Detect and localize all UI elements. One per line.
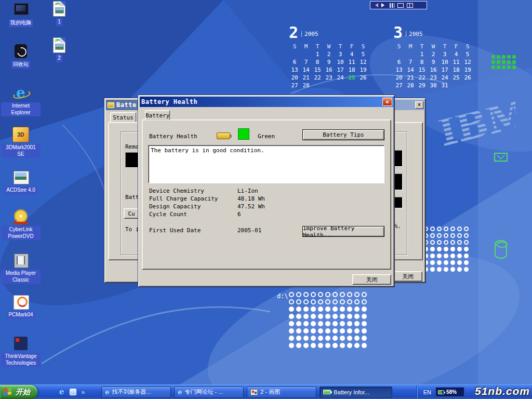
cylinder-icon [495,240,507,259]
decor-dot [296,343,301,348]
decor-dot [450,233,455,238]
decor-dot [325,307,330,312]
task-label: 找不到服务器... [112,388,151,396]
app-quicklaunch-icon[interactable] [70,389,76,395]
calendar-day [300,51,312,58]
decor-dot [303,336,309,341]
calendar-day: 30 [428,82,439,89]
desktop-icon-media-player-classic[interactable]: Media Player Classic [1,252,41,284]
jpg-badge: JPG [55,2,62,6]
calendar-year: 2005 [406,31,423,37]
desktop-icon-internet-explorer[interactable]: e Internet Explorer [1,85,41,116]
keyboard-icon[interactable] [407,3,413,8]
calendar-day: 3 [335,51,346,58]
decor-dot [296,292,301,297]
decor-dot [325,314,330,319]
decor-dot [311,307,316,312]
to-label: To i [125,226,139,233]
desktop-icon-3dmark2001[interactable]: 3D 3DMark2001 SE [1,127,41,158]
taskbar-task-battery-information[interactable]: Battery Infor... [320,387,392,398]
condition-textbox[interactable]: The battery is in good condition. [148,145,384,183]
decor-dot [347,307,352,312]
decor-dot [450,227,455,231]
desktop-icon-acdsee[interactable]: ACDSee 4.0 [1,169,41,194]
tab-status[interactable]: Status [110,112,136,122]
desktop-file-1[interactable]: JPG 1 [48,1,71,26]
ie-quicklaunch-icon[interactable]: e [59,388,64,396]
decor-dot [464,233,469,238]
internet-explorer-icon: e [12,85,29,101]
calendar-weekday: T [416,43,428,50]
desktop-icon-my-computer[interactable]: 我的电脑 [1,2,41,27]
current-button[interactable]: Cu [124,208,139,219]
calendar-day: 6 [393,59,405,65]
desktop-icon-recycle-bin[interactable]: 回收站 [1,44,41,69]
desktop-icon-powerdvd[interactable]: CyberLink PowerDVD [1,209,41,240]
close-icon[interactable]: × [382,98,392,106]
dialog-title: Battery Health [141,98,380,105]
volume-bars-icon[interactable] [390,3,394,8]
battery-status-text: Green [258,133,275,140]
decor-dot [296,307,301,312]
decor-dot [464,267,469,272]
taskbar-task-paint[interactable]: 2 - 画图 [247,387,316,398]
decor-dot [347,314,352,319]
decor-dot [430,260,435,265]
calendar-day: 5 [357,51,369,58]
ie-icon: e [178,389,182,395]
decor-dot [362,336,367,341]
start-button[interactable]: 开始 [0,385,37,399]
decor-dot [354,299,360,304]
tray-battery-indicator[interactable]: 58% [435,387,464,397]
decor-dot [464,260,469,265]
decor-dot [318,307,323,312]
calendar-day: 17 [335,66,346,73]
decor-dot [450,247,455,251]
jpg-file-icon: JPG [53,37,65,53]
decor-dot [464,227,469,231]
calendar-weekday: T [439,43,450,50]
decor-dot [444,240,448,245]
language-indicator[interactable]: EN [423,389,431,395]
calendar-day [462,82,473,89]
decor-dot [303,292,309,297]
taskbar-task-server-not-found[interactable]: e 找不到服务器... [101,387,171,398]
speaker-icon[interactable] [381,3,387,7]
calendar-weekday: W [428,43,439,50]
desktop-icon-pcmark04[interactable]: PCMark04 [1,294,41,319]
close-button[interactable]: 关闭 [352,274,391,285]
decor-dot [311,292,316,297]
wallpaper-calendar-march: 3 2005 SMTWTFS12345678910111213141516171… [393,26,473,89]
battery-gauge-bar [125,152,139,168]
decor-dot [362,307,367,312]
desktop-file-2[interactable]: JPG 2 [48,37,71,62]
battery-tips-button[interactable]: Battery Tips [302,129,384,140]
calendar-day: 2 [323,51,335,58]
improve-battery-health-button[interactable]: Improve Battery Health... [302,226,384,237]
monitor-icon[interactable] [397,3,404,8]
close-icon[interactable]: × [415,101,423,109]
calendar-day: 9 [428,59,439,65]
calendar-day: 11 [346,59,357,65]
arrow-icon[interactable] [373,3,378,7]
envelope-icon [494,153,508,162]
dialog-titlebar[interactable]: Battery Health × [140,97,394,107]
decor-dot [362,343,367,348]
calendar-day: 14 [300,66,312,73]
desktop-icon-label: PCMark04 [7,311,34,319]
calendar-month: 3 [393,26,403,39]
calendar-day [346,82,357,89]
decor-dot [340,314,345,319]
battery-health-dialog: Battery Health × Battery Battery Health … [138,95,395,287]
close-button[interactable]: 关闭 [393,271,422,282]
task-buttons: e 找不到服务器... e 专门网论坛 - ... 2 - 画图 Battery… [101,387,392,398]
taskbar-task-forum[interactable]: e 专门网论坛 - ... [174,387,244,398]
chevron-icon[interactable]: » [82,389,85,396]
desktop-icon-thinkvantage[interactable]: ThinkVantage Technologies [1,336,41,367]
decor-dot [437,233,442,238]
decor-dot [347,299,352,304]
tab-battery[interactable]: Battery [145,110,170,120]
decor-dot [450,254,455,258]
thumbnail [55,7,64,14]
decor-dot [450,260,455,265]
